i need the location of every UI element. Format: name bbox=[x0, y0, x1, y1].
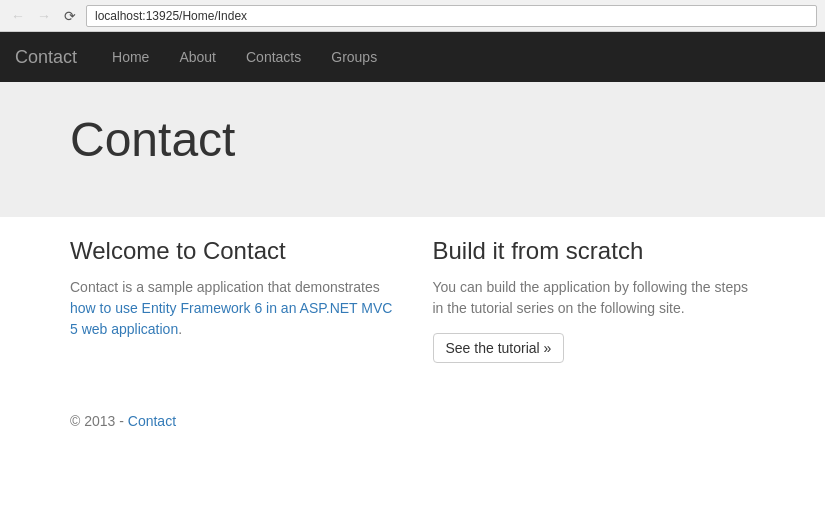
nav-item-about: About bbox=[164, 34, 231, 80]
nav-link-home[interactable]: Home bbox=[97, 34, 164, 80]
content-row: Welcome to Contact Contact is a sample a… bbox=[70, 237, 755, 363]
nav-link-about[interactable]: About bbox=[164, 34, 231, 80]
footer: © 2013 - Contact bbox=[0, 393, 825, 439]
nav-item-contacts: Contacts bbox=[231, 34, 316, 80]
back-button[interactable]: ← bbox=[8, 6, 28, 26]
welcome-column: Welcome to Contact Contact is a sample a… bbox=[70, 237, 393, 363]
browser-chrome: ← → ⟳ bbox=[0, 0, 825, 32]
build-column: Build it from scratch You can build the … bbox=[433, 237, 756, 363]
nav-item-groups: Groups bbox=[316, 34, 392, 80]
navbar: Contact Home About Contacts Groups bbox=[0, 32, 825, 82]
navbar-nav: Home About Contacts Groups bbox=[97, 34, 392, 80]
footer-text: © 2013 - bbox=[70, 413, 128, 429]
address-bar[interactable] bbox=[86, 5, 817, 27]
welcome-heading: Welcome to Contact bbox=[70, 237, 393, 265]
welcome-text: Contact is a sample application that dem… bbox=[70, 277, 393, 340]
nav-item-home: Home bbox=[97, 34, 164, 80]
main-content: Welcome to Contact Contact is a sample a… bbox=[0, 217, 825, 393]
build-heading: Build it from scratch bbox=[433, 237, 756, 265]
hero-title: Contact bbox=[70, 112, 755, 167]
jumbotron: Contact bbox=[0, 82, 825, 217]
navbar-brand[interactable]: Contact bbox=[15, 32, 77, 83]
welcome-link[interactable]: how to use Entity Framework 6 in an ASP.… bbox=[70, 300, 392, 337]
nav-link-groups[interactable]: Groups bbox=[316, 34, 392, 80]
welcome-text-suffix: . bbox=[178, 321, 182, 337]
welcome-text-prefix: Contact is a sample application that dem… bbox=[70, 279, 380, 295]
build-text: You can build the application by followi… bbox=[433, 277, 756, 319]
forward-button[interactable]: → bbox=[34, 6, 54, 26]
footer-link[interactable]: Contact bbox=[128, 413, 176, 429]
refresh-button[interactable]: ⟳ bbox=[60, 6, 80, 26]
tutorial-button[interactable]: See the tutorial » bbox=[433, 333, 565, 363]
nav-link-contacts[interactable]: Contacts bbox=[231, 34, 316, 80]
